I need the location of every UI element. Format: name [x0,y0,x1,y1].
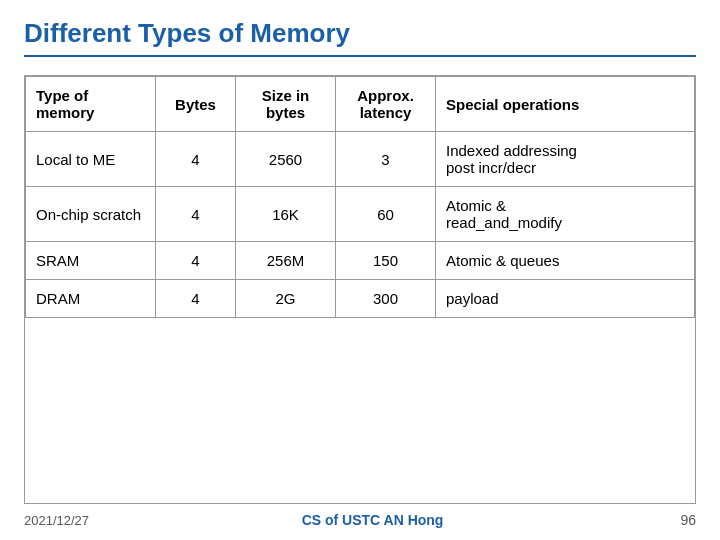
title-divider [24,55,696,57]
cell-bytes: 4 [156,187,236,242]
table-row: SRAM 4 256M 150 Atomic & queues [26,242,695,280]
cell-size: 16K [236,187,336,242]
cell-type: DRAM [26,280,156,318]
table-wrapper: Type of memory Bytes Size in bytes Appro… [24,75,696,504]
col-header-special: Special operations [436,77,695,132]
cell-bytes: 4 [156,242,236,280]
footer-center-text: CS of USTC AN Hong [89,512,656,528]
cell-size: 2G [236,280,336,318]
cell-size: 2560 [236,132,336,187]
cell-type: On-chip scratch [26,187,156,242]
cell-special: Indexed addressingpost incr/decr [436,132,695,187]
cell-bytes: 4 [156,132,236,187]
col-header-bytes: Bytes [156,77,236,132]
cell-special: Atomic & queues [436,242,695,280]
cell-special: payload [436,280,695,318]
table-row: On-chip scratch 4 16K 60 Atomic &read_an… [26,187,695,242]
footer-page-number: 96 [656,512,696,528]
cell-bytes: 4 [156,280,236,318]
cell-latency: 300 [336,280,436,318]
page-title: Different Types of Memory [24,18,696,49]
cell-type: SRAM [26,242,156,280]
cell-special: Atomic &read_and_modify [436,187,695,242]
page-footer: 2021/12/27 CS of USTC AN Hong 96 [24,504,696,528]
cell-latency: 150 [336,242,436,280]
cell-size: 256M [236,242,336,280]
table-row: DRAM 4 2G 300 payload [26,280,695,318]
cell-latency: 3 [336,132,436,187]
page-container: Different Types of Memory Type of memory… [0,0,720,540]
footer-date: 2021/12/27 [24,513,89,528]
col-header-type: Type of memory [26,77,156,132]
memory-table: Type of memory Bytes Size in bytes Appro… [25,76,695,318]
table-row: Local to ME 4 2560 3 Indexed addressingp… [26,132,695,187]
table-header-row: Type of memory Bytes Size in bytes Appro… [26,77,695,132]
cell-type: Local to ME [26,132,156,187]
col-header-size: Size in bytes [236,77,336,132]
col-header-latency: Approx. latency [336,77,436,132]
cell-latency: 60 [336,187,436,242]
